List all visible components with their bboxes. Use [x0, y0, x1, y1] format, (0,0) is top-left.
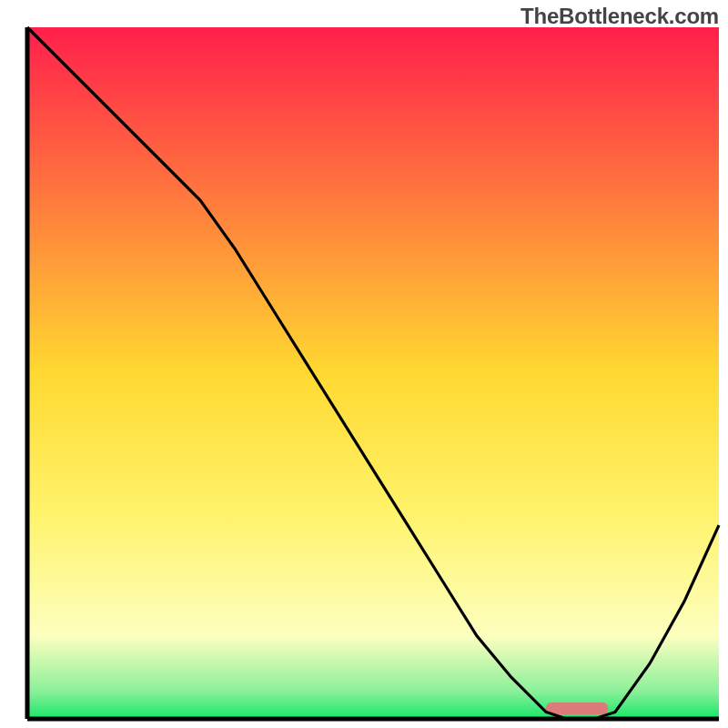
watermark-text: TheBottleneck.com — [521, 4, 719, 29]
chart-container: { "watermark": "TheBottleneck.com", "cha… — [0, 0, 728, 728]
optimal-region-marker — [546, 703, 608, 714]
bottleneck-chart — [0, 0, 728, 728]
